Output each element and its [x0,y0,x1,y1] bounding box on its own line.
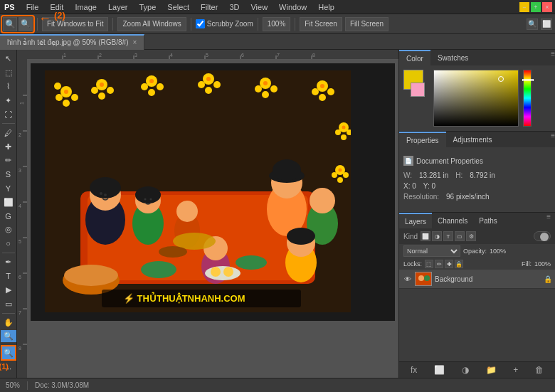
zoom-percent-button[interactable]: 100% [263,17,291,31]
shape-filter-icon[interactable]: ▭ [455,231,465,241]
pixel-filter-icon[interactable]: ⬜ [421,231,430,241]
menu-view[interactable]: View [249,3,269,11]
path-select-tool[interactable]: ▶ [1,284,16,296]
menu-window[interactable]: Window [278,3,308,11]
tab-close-button[interactable]: × [132,38,137,46]
search-icon[interactable]: 🔍 [527,18,538,30]
canvas-area[interactable]: 1 2 3 4 5 6 7 8 1 [17,50,398,378]
fill-value: 100% [534,260,551,267]
color-gradient[interactable] [433,70,519,127]
tab-swatches[interactable]: Swatches [430,50,475,65]
svg-point-109 [100,192,102,195]
type-filter-icon[interactable]: T [443,231,453,241]
crop-tool[interactable]: ⛶ [1,108,16,120]
menu-filter[interactable]: Filter [199,3,219,11]
hue-slider[interactable] [523,70,532,127]
blend-mode-select[interactable]: Normal [403,245,460,257]
new-group-button[interactable]: 📁 [486,365,497,375]
tab-channels[interactable]: Channels [432,213,473,228]
stamp-tool[interactable]: S [1,168,16,180]
smart-filter-icon[interactable]: ⚙ [466,231,476,241]
marquee-tool[interactable]: ⬚ [1,66,16,78]
minimize-button[interactable]: − [519,2,529,12]
scrubby-zoom-checkbox[interactable]: Scrubby Zoom [196,19,253,28]
layers-panel-menu[interactable]: ≡ [542,213,555,228]
lasso-tool[interactable]: ⌇ [1,80,16,92]
menu-select[interactable]: Select [166,3,191,11]
new-layer-button[interactable]: + [513,365,518,375]
toolbar-separator-3 [191,18,191,31]
props-panel-menu[interactable]: ≡ [551,132,555,147]
new-fill-button[interactable]: ◑ [462,365,469,375]
width-value: 13.281 in [419,171,448,179]
svg-point-70 [64,90,68,94]
move-tool[interactable]: ↖ [1,53,16,65]
zoom-tool-bottom[interactable]: 🔍 [1,345,16,361]
zoom-in-icon[interactable]: 🔍 [3,17,17,31]
menu-type[interactable]: Type [138,3,158,11]
layer-visibility-icon[interactable]: 👁 [403,275,412,283]
arrange-windows-icon[interactable]: ⬜ [541,18,552,30]
fit-windows-button[interactable]: Fit Windows to Fit [42,17,108,31]
canvas-image: ⚡ THỦTHUẬTNHANH.COM [45,70,351,312]
menu-3d[interactable]: 3D [228,3,240,11]
opacity-label: Opacity: [463,248,487,255]
resolution-label: Resolution: [403,193,439,201]
menu-ps[interactable]: PS [3,3,16,11]
lock-transparent-icon[interactable]: ⬚ [425,260,433,268]
zoom-tool[interactable]: 🔍 [1,330,16,342]
adjustment-filter-icon[interactable]: ◑ [432,231,442,241]
hand-tool[interactable]: ✋ [1,317,16,329]
menu-image[interactable]: Image [73,3,98,11]
add-mask-button[interactable]: ⬜ [434,365,445,375]
lock-all-icon[interactable]: 🔒 [455,260,463,268]
zoom-all-windows-button[interactable]: Zoom All Windows [117,17,186,31]
text-tool[interactable]: T [1,270,16,282]
filter-toggle[interactable] [534,231,551,241]
svg-point-51 [198,81,205,88]
menu-file[interactable]: File [25,3,41,11]
eraser-tool[interactable]: ⬜ [1,196,16,208]
layer-lock-icon[interactable]: 🔒 [544,275,551,283]
document-tab[interactable]: hình ảnh tết đẹp.jpg @ 50% (RGB/8#) × [0,34,144,50]
healing-tool[interactable]: ✚ [1,141,16,153]
lock-pixels-icon[interactable]: ✏ [435,260,443,268]
shape-tool[interactable]: ▭ [1,297,16,309]
eyedropper-tool[interactable]: 🖊 [1,127,16,139]
close-button[interactable]: × [542,2,552,12]
scrubby-zoom-input[interactable] [196,19,205,28]
tab-layers[interactable]: Layers [399,213,432,228]
dodge-tool[interactable]: ○ [1,238,16,250]
zoom-out-icon[interactable]: 🔍 [18,17,33,31]
doc-info: Doc: 3.0M/3.08M [35,381,89,389]
gradient-tool[interactable]: G [1,210,16,222]
svg-point-65 [341,134,347,140]
layer-item-background[interactable]: 👁 Background 🔒 [399,270,555,289]
canvas-content[interactable]: ⚡ THỦTHUẬTNHANH.COM [27,60,398,378]
tab-adjustments[interactable]: Adjustments [446,132,500,147]
blur-tool[interactable]: ◎ [1,223,16,235]
fill-screen-button[interactable]: Fill Screen [345,17,388,31]
history-brush-tool[interactable]: Y [1,182,16,194]
tab-color[interactable]: Color [399,50,430,65]
quick-select-tool[interactable]: ✦ [1,94,16,106]
lock-position-icon[interactable]: ✚ [445,260,453,268]
menu-help[interactable]: Help [317,3,336,11]
maximize-button[interactable]: + [531,2,541,12]
tab-paths[interactable]: Paths [473,213,503,228]
pen-tool[interactable]: ✒ [1,256,16,268]
fill-label: Fill: [522,260,532,267]
menu-edit[interactable]: Edit [48,3,65,11]
brush-tool[interactable]: ✏ [1,154,16,166]
svg-point-110 [144,198,147,201]
svg-point-39 [71,94,78,101]
delete-layer-button[interactable]: 🗑 [535,365,544,375]
background-color[interactable] [411,83,425,97]
fit-screen-button[interactable]: Fit Screen [300,17,342,31]
svg-point-100 [236,255,267,270]
tab-properties[interactable]: Properties [399,132,446,147]
menu-layer[interactable]: Layer [107,3,130,11]
color-panel-menu[interactable]: ≡ [551,50,555,65]
svg-point-56 [270,85,278,92]
layer-effects-button[interactable]: fx [411,365,417,375]
